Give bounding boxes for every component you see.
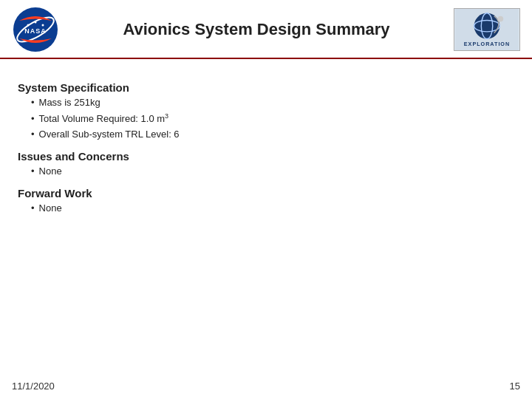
spec-bullet-3: Overall Sub-system TRL Level: 6: [31, 127, 514, 143]
spec-bullet-2: Total Volume Required: 1.0 m3: [31, 111, 514, 127]
forward-bullet-1: None: [31, 201, 514, 216]
exploration-logo: EXPLORATION: [454, 8, 520, 51]
footer-page: 15: [510, 381, 520, 392]
forward-bullets: None: [31, 201, 514, 216]
page-title: Avionics System Design Summary: [59, 20, 454, 39]
section-heading-spec: System Specification: [18, 81, 514, 94]
issues-bullets: None: [31, 164, 514, 180]
main-content: System Specification Mass is 251kg Total…: [0, 59, 532, 226]
svg-point-11: [497, 16, 503, 22]
header: NASA Avionics System Design Summary EXPL…: [0, 0, 532, 59]
spec-bullets: Mass is 251kg Total Volume Required: 1.0…: [31, 95, 514, 143]
spec-bullet-1: Mass is 251kg: [31, 95, 514, 111]
svg-text:NASA: NASA: [24, 27, 47, 35]
footer: 11/1/2020 15: [12, 381, 520, 392]
nasa-logo: NASA: [12, 6, 59, 53]
section-heading-issues: Issues and Concerns: [18, 150, 514, 163]
svg-point-4: [42, 24, 44, 27]
footer-date: 11/1/2020: [12, 381, 55, 392]
svg-text:EXPLORATION: EXPLORATION: [464, 41, 510, 47]
svg-point-5: [35, 21, 37, 24]
svg-point-3: [27, 24, 30, 27]
issues-bullet-1: None: [31, 164, 514, 180]
section-heading-forward: Forward Work: [18, 187, 514, 200]
